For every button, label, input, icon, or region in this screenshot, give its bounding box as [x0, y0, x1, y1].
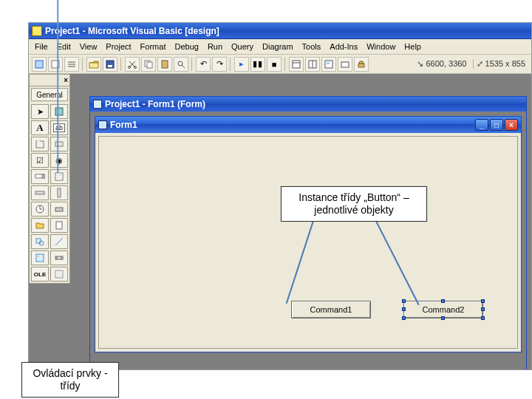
- maximize-button[interactable]: □: [490, 119, 503, 131]
- listbox-tool[interactable]: [50, 169, 68, 184]
- vb6-ide-window: Project1 - Microsoft Visual Basic [desig…: [28, 22, 532, 370]
- add-project-button[interactable]: [32, 57, 47, 72]
- form-designer-body: Form1 _ □ × Command1 Command2: [90, 112, 526, 369]
- filelistbox-tool[interactable]: [50, 218, 68, 233]
- save-button[interactable]: [103, 57, 117, 72]
- menu-window[interactable]: Window: [362, 41, 400, 52]
- folder-open-icon: [89, 59, 99, 69]
- close-button[interactable]: ×: [505, 119, 518, 131]
- app-icon: [32, 26, 42, 36]
- command2-button[interactable]: Command2: [403, 301, 483, 318]
- svg-rect-22: [341, 62, 349, 67]
- menu-diagram[interactable]: Diagram: [258, 41, 298, 52]
- copy-button[interactable]: [141, 57, 156, 72]
- properties-button[interactable]: [305, 57, 320, 72]
- textbox-tool[interactable]: ab: [50, 120, 68, 135]
- menu-view[interactable]: View: [75, 41, 102, 52]
- toolbox-category-general[interactable]: General: [31, 88, 68, 101]
- redo-button[interactable]: ↷: [212, 57, 227, 72]
- svg-rect-12: [162, 61, 168, 68]
- floppy-icon: [105, 59, 115, 69]
- label-tool[interactable]: A: [31, 120, 49, 135]
- menu-tools[interactable]: Tools: [298, 41, 326, 52]
- project-explorer-button[interactable]: [289, 57, 304, 72]
- svg-line-15: [182, 65, 185, 68]
- menu-file[interactable]: File: [30, 41, 52, 52]
- form-designer-titlebar[interactable]: Project1 - Form1 (Form): [90, 97, 526, 112]
- menu-run[interactable]: Run: [203, 41, 227, 52]
- optionbutton-tool[interactable]: ◉: [50, 153, 68, 168]
- shape-tool[interactable]: [31, 234, 49, 249]
- data-tool[interactable]: [50, 250, 68, 265]
- form1-canvas[interactable]: Command1 Command2: [98, 136, 518, 349]
- svg-rect-38: [56, 222, 62, 229]
- start-button[interactable]: ▸: [234, 57, 249, 72]
- combobox-tool[interactable]: [31, 169, 49, 184]
- toolbox-button[interactable]: [354, 57, 369, 72]
- file-icon: [54, 220, 64, 231]
- form1-titlebar[interactable]: Form1 _ □ ×: [95, 117, 521, 133]
- extra-tool[interactable]: [50, 267, 68, 282]
- menu-help[interactable]: Help: [400, 41, 426, 52]
- menu-edit[interactable]: Edit: [52, 41, 75, 52]
- textbox-icon: ab: [53, 123, 65, 132]
- pointer-tool[interactable]: ➤: [31, 104, 49, 119]
- find-button[interactable]: [174, 57, 188, 72]
- callout-button-instances: Instance třídy „Button“ – jednotlivé obj…: [281, 186, 427, 222]
- toolbox-controls: ➤ A ab ☑ ◉ OLE: [30, 103, 69, 283]
- menu-icon: [66, 59, 77, 69]
- folder-icon: [35, 220, 45, 231]
- image-tool[interactable]: [31, 250, 49, 265]
- dirlistbox-tool[interactable]: [31, 218, 49, 233]
- cut-button[interactable]: [125, 57, 140, 72]
- object-browser-button[interactable]: [338, 57, 352, 72]
- menu-query[interactable]: Query: [227, 41, 258, 52]
- copy-icon: [143, 59, 154, 69]
- svg-rect-45: [55, 270, 63, 278]
- toolbox-titlebar[interactable]: ×: [30, 75, 69, 86]
- end-button[interactable]: ■: [267, 57, 282, 72]
- commandbutton-tool[interactable]: [50, 137, 68, 151]
- shape-icon: [35, 236, 45, 247]
- form-icon: [93, 100, 102, 109]
- vscrollbar-tool[interactable]: [50, 185, 68, 200]
- callout-line1: Instance třídy „Button“ –: [299, 191, 409, 203]
- drivelistbox-tool[interactable]: [50, 202, 68, 216]
- break-button[interactable]: ▮▮: [250, 57, 265, 72]
- ole-tool[interactable]: OLE: [31, 267, 49, 282]
- standard-toolbar: ↶ ↷ ▸ ▮▮ ■ ↘ 6600, 3360 ⤢ 1535 x 855: [29, 55, 531, 74]
- form-layout-icon: [324, 59, 334, 69]
- checkbox-tool[interactable]: ☑: [31, 153, 49, 168]
- line-tool[interactable]: [50, 234, 68, 249]
- menu-format[interactable]: Format: [136, 41, 171, 52]
- picturebox-icon: [54, 106, 64, 117]
- image-icon: [35, 253, 45, 263]
- hscrollbar-tool[interactable]: [31, 185, 49, 200]
- svg-rect-29: [55, 173, 63, 180]
- form-designer-title: Project1 - Form1 (Form): [105, 99, 205, 109]
- svg-rect-37: [55, 208, 63, 211]
- menu-editor-button[interactable]: [64, 57, 79, 72]
- picturebox-tool[interactable]: [50, 104, 68, 119]
- redo-icon: ↷: [216, 59, 223, 69]
- svg-rect-33: [58, 188, 61, 197]
- timer-tool[interactable]: [31, 202, 49, 216]
- open-button[interactable]: [86, 57, 101, 72]
- add-item-button[interactable]: [48, 57, 63, 72]
- minimize-button[interactable]: _: [475, 119, 488, 131]
- form1-title: Form1: [110, 120, 137, 130]
- frame-tool[interactable]: [31, 137, 49, 151]
- title-bar[interactable]: Project1 - Microsoft Visual Basic [desig…: [29, 23, 531, 39]
- menu-project[interactable]: Project: [101, 41, 135, 52]
- form-layout-button[interactable]: [321, 57, 336, 72]
- command1-button[interactable]: Command1: [291, 301, 371, 318]
- undo-button[interactable]: ↶: [196, 57, 211, 72]
- toolbox-window[interactable]: × General ➤ A ab ☑ ◉: [29, 74, 70, 284]
- svg-rect-28: [42, 174, 44, 178]
- menu-addins[interactable]: Add-Ins: [325, 41, 362, 52]
- menu-debug[interactable]: Debug: [170, 41, 202, 52]
- cursor-icon: ➤: [37, 107, 44, 117]
- form-icon: [98, 120, 107, 129]
- paste-button[interactable]: [157, 57, 172, 72]
- close-icon[interactable]: ×: [64, 76, 68, 84]
